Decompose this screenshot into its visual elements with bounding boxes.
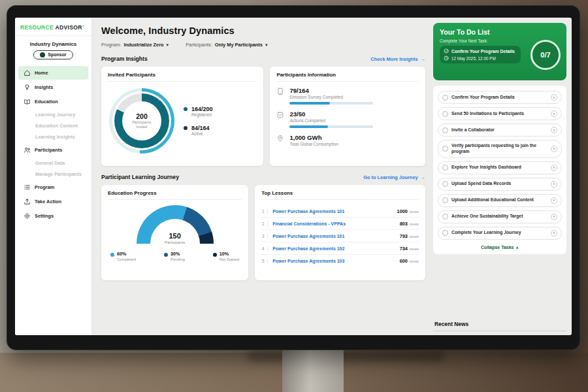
task-checkbox[interactable] <box>442 165 448 171</box>
task-chevron-icon[interactable]: › <box>551 110 557 117</box>
sidebar-item-insights[interactable]: Insights <box>18 80 88 94</box>
lesson-title-link[interactable]: Financial Considerations - VPPAs <box>272 221 395 226</box>
collapse-tasks-link[interactable]: Collapse Tasks∧ <box>438 243 562 252</box>
legend-registered: 164/200 Registered <box>184 106 213 117</box>
invited-participants-card: Invited Participants 200 Participants In… <box>101 67 263 166</box>
sponsor-badge-label: Sponsor <box>48 52 66 57</box>
task-chevron-icon[interactable]: › <box>551 214 557 220</box>
sidebar-item-label: Program <box>35 184 54 190</box>
sidebar-item-take-action[interactable]: Take Action <box>18 195 88 208</box>
sponsor-badge[interactable]: Sponsor <box>33 50 73 59</box>
sidebar-item-label: Settings <box>35 213 54 219</box>
legend-completed: 60% Completed <box>110 251 136 261</box>
lesson-rank: 4 <box>261 246 268 251</box>
learning-cards-row: Education Progress 150 Participants 60% … <box>101 185 425 280</box>
legend-dot-not-started <box>213 253 217 257</box>
task-item-confirm-program[interactable]: Confirm Your Program Details › <box>438 91 562 104</box>
task-item-invite-collaborator[interactable]: Invite a Collaborator › <box>438 123 562 137</box>
sidebar-item-settings[interactable]: Settings <box>18 209 88 223</box>
task-chevron-icon[interactable]: › <box>551 127 557 133</box>
sidebar-item-education-content[interactable]: Education Content <box>18 120 88 131</box>
legend-dot-registered <box>184 107 188 111</box>
task-checkbox[interactable] <box>442 127 448 133</box>
education-progress-gauge: 150 Participants <box>137 205 214 244</box>
program-select[interactable]: Program: Industrialize Zero ▾ <box>101 42 169 48</box>
task-label: Explore Your Insights Dashboard <box>451 165 547 171</box>
lesson-row: 5 Power Purchase Agreements 103 600views <box>261 255 419 267</box>
card-title: Education Progress <box>108 190 242 200</box>
task-item-send-invitations[interactable]: Send 50 Invitations to Participants › <box>438 107 562 120</box>
sidebar-item-learning-journey[interactable]: Learning Journey <box>18 109 88 120</box>
task-chevron-icon[interactable]: › <box>551 165 557 171</box>
sidebar-item-general-data[interactable]: General Data <box>18 157 88 169</box>
actions-progress-bar <box>289 125 373 128</box>
lesson-title-link[interactable]: Power Purchase Agreements 101 <box>272 209 392 214</box>
org-name: Industry Dynamics <box>15 41 91 47</box>
task-chevron-icon[interactable]: › <box>551 146 557 152</box>
program-insights-header: Program Insights Check More Insights→ <box>101 56 425 62</box>
sidebar-item-education[interactable]: Education <box>18 95 88 108</box>
actions-completed-row: 23/50 Actions Completed <box>276 110 419 128</box>
go-to-learning-journey-link[interactable]: Go to Learning Journey→ <box>363 174 425 180</box>
task-chevron-icon[interactable]: › <box>551 197 557 204</box>
task-item-upload-spend-data[interactable]: Upload Spend Data Records › <box>438 178 562 191</box>
next-task-label: Confirm Your Program Details <box>451 49 515 54</box>
task-chevron-icon[interactable]: › <box>551 230 557 237</box>
donut-center-value: 200 <box>136 112 148 120</box>
task-checkbox[interactable] <box>442 111 448 117</box>
education-progress-card: Education Progress 150 Participants 60% … <box>101 185 248 280</box>
task-chevron-icon[interactable]: › <box>551 94 557 101</box>
task-item-achieve-sustainability-target[interactable]: Achieve One Sustainability Target › <box>438 210 562 223</box>
sidebar-item-program[interactable]: Program <box>18 180 88 194</box>
arrow-right-icon: → <box>421 56 425 62</box>
task-checkbox[interactable] <box>442 181 448 187</box>
lesson-title-link[interactable]: Power Purchase Agreements 101 <box>272 234 395 238</box>
sidebar-nav: Home Insights Education Learning Journey… <box>15 64 91 227</box>
sidebar-item-learning-insights[interactable]: Learning Insights <box>18 131 88 142</box>
next-task-chip[interactable]: Confirm Your Program Details 12 May 2025… <box>440 46 521 63</box>
lesson-row: 3 Power Purchase Agreements 101 793views <box>261 230 419 242</box>
chevron-down-icon: ▾ <box>167 42 169 48</box>
brand-primary: RESOURCE <box>20 24 54 31</box>
sidebar-item-home[interactable]: Home <box>18 66 88 80</box>
participants-select[interactable]: Participants: Only My Participants ▾ <box>186 42 267 48</box>
task-checkbox[interactable] <box>442 146 448 152</box>
task-item-explore-insights[interactable]: Explore Your Insights Dashboard › <box>438 161 562 174</box>
lightbulb-icon <box>24 84 31 91</box>
learning-journey-header: Participant Learning Journey Go to Learn… <box>101 174 425 180</box>
lesson-rank: 3 <box>261 234 268 238</box>
gear-icon <box>24 212 31 220</box>
legend-dot-active <box>184 126 188 130</box>
registered-value: 164/200 <box>191 106 213 112</box>
lesson-views: 803views <box>400 221 419 227</box>
emission-survey-row: 79/164 Emission Survey Completed <box>276 87 419 105</box>
lesson-row: 1 Power Purchase Agreements 101 1000view… <box>261 205 419 218</box>
task-checkbox[interactable] <box>442 214 448 220</box>
lesson-views: 1000views <box>397 208 419 214</box>
card-title: Participants Information <box>276 72 419 82</box>
task-chevron-icon[interactable]: › <box>551 181 557 188</box>
lesson-title-link[interactable]: Power Purchase Agreements 103 <box>272 259 395 263</box>
donut-legend: 164/200 Registered 84/164 Active <box>184 106 213 136</box>
list-icon <box>24 184 31 191</box>
lesson-title-link[interactable]: Power Purchase Agreements 102 <box>272 246 395 251</box>
check-circle-icon <box>444 48 449 54</box>
legend-active: 84/164 Active <box>184 125 213 136</box>
donut-center-label: Participants Invited <box>128 120 155 130</box>
sidebar-item-participants[interactable]: Participants <box>18 143 88 157</box>
task-checkbox[interactable] <box>442 230 448 236</box>
task-item-upload-educational-content[interactable]: Upload Additional Educational Content › <box>438 194 562 207</box>
consumption-value: 1,000 GWh <box>289 134 338 141</box>
lesson-views: 600views <box>400 258 419 264</box>
lesson-rank: 5 <box>261 259 268 263</box>
task-item-complete-learning-journey[interactable]: Complete Your Learning Journey › <box>438 227 562 240</box>
task-checkbox[interactable] <box>442 95 448 101</box>
task-item-verify-participants[interactable]: Verify participants requesting to join t… <box>438 140 562 158</box>
legend-pending: 30% Pending <box>164 251 185 261</box>
task-label: Achieve One Sustainability Target <box>451 214 547 220</box>
sidebar-item-manage-participants[interactable]: Manage Participants <box>18 169 88 180</box>
location-pin-icon <box>276 135 284 142</box>
sponsor-icon <box>40 52 45 57</box>
check-more-insights-link[interactable]: Check More Insights→ <box>370 56 425 62</box>
task-checkbox[interactable] <box>442 197 448 203</box>
